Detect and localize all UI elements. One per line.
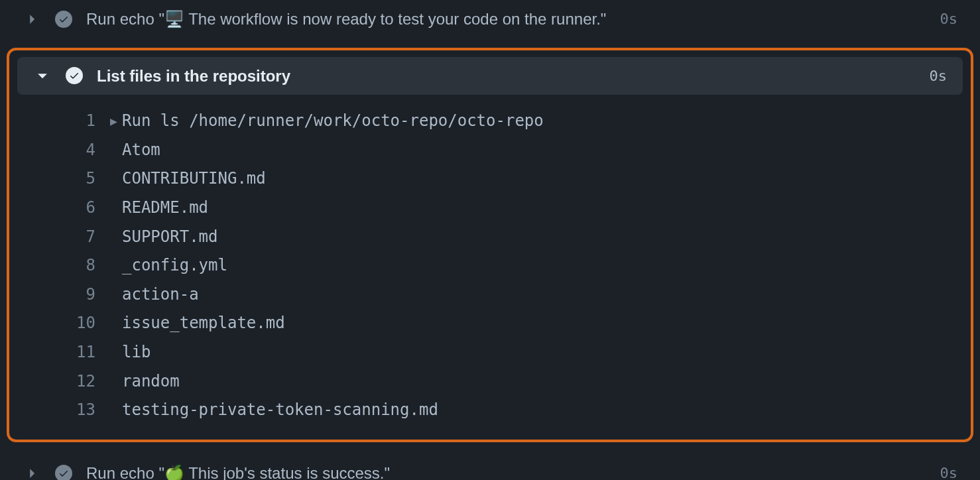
line-number: 8	[9, 253, 110, 279]
log-text: Run ls /home/runner/work/octo-repo/octo-…	[122, 108, 971, 135]
chevron-right-icon	[23, 10, 41, 29]
log-line: 5CONTRIBUTING.md	[9, 164, 971, 194]
highlighted-step: List files in the repository 0s 1▶Run ls…	[7, 48, 973, 442]
step-title: Run echo "🍏 This job's status is success…	[86, 462, 927, 480]
caret-right-icon[interactable]: ▶	[110, 111, 122, 131]
status-success-icon	[65, 66, 84, 85]
step-title: List files in the repository	[97, 65, 916, 88]
line-number: 5	[9, 166, 110, 192]
log-line: 12random	[9, 367, 971, 396]
log-line: 1▶Run ls /home/runner/work/octo-repo/oct…	[9, 107, 971, 136]
step-duration: 0s	[940, 465, 958, 480]
workflow-step-row[interactable]: Run echo "🖥️ The workflow is now ready t…	[7, 0, 973, 38]
log-text: CONTRIBUTING.md	[122, 166, 971, 192]
line-number: 4	[9, 137, 110, 164]
log-line: 8_config.yml	[9, 251, 971, 280]
chevron-right-icon	[23, 464, 41, 480]
step-duration: 0s	[940, 11, 958, 27]
line-number: 12	[9, 369, 110, 395]
workflow-step-row[interactable]: List files in the repository 0s	[17, 57, 963, 95]
log-text: Atom	[122, 137, 971, 164]
line-number: 7	[9, 224, 110, 251]
log-text: random	[122, 369, 971, 395]
log-text: lib	[122, 339, 971, 366]
log-line: 11lib	[9, 338, 971, 367]
line-number: 11	[9, 339, 110, 366]
log-line: 10issue_template.md	[9, 309, 971, 338]
log-line: 13testing-private-token-scanning.md	[9, 396, 971, 425]
log-line: 7SUPPORT.md	[9, 223, 971, 252]
log-text: testing-private-token-scanning.md	[122, 397, 971, 424]
line-number: 10	[9, 310, 110, 337]
line-number: 9	[9, 282, 110, 308]
step-duration: 0s	[930, 68, 948, 84]
log-line: 6README.md	[9, 194, 971, 223]
step-log-output: 1▶Run ls /home/runner/work/octo-repo/oct…	[9, 107, 971, 425]
line-number: 13	[9, 397, 110, 424]
log-text: _config.yml	[122, 253, 971, 279]
workflow-step-row[interactable]: Run echo "🍏 This job's status is success…	[7, 454, 973, 480]
log-line: 4Atom	[9, 136, 971, 165]
chevron-down-icon	[33, 66, 52, 85]
log-text: README.md	[122, 195, 971, 221]
line-number: 6	[9, 195, 110, 221]
log-text: action-a	[122, 282, 971, 308]
status-success-icon	[54, 10, 73, 29]
line-number: 1	[9, 108, 110, 135]
log-text: SUPPORT.md	[122, 224, 971, 251]
step-title: Run echo "🖥️ The workflow is now ready t…	[86, 8, 927, 30]
log-text: issue_template.md	[122, 310, 971, 337]
log-line: 9action-a	[9, 280, 971, 310]
status-success-icon	[54, 464, 73, 480]
